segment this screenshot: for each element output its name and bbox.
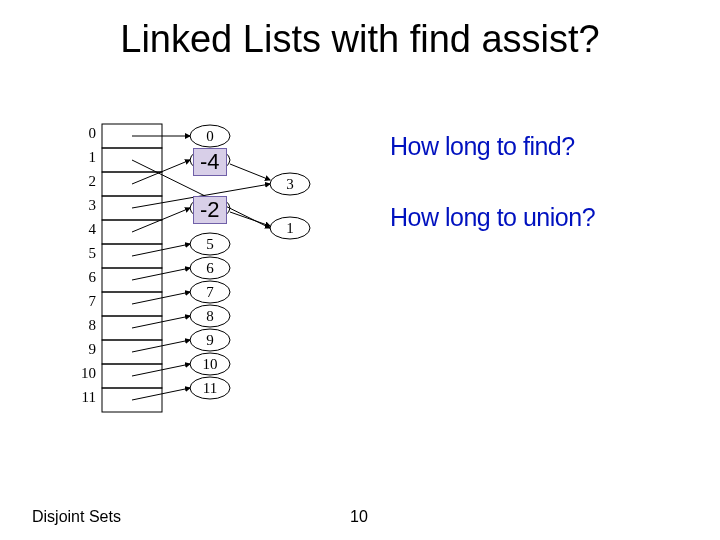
node: 9 [206,332,214,348]
index-label: 5 [89,245,97,261]
svg-line-23 [132,388,190,400]
node: 5 [206,236,214,252]
index-label: 3 [89,197,97,213]
svg-line-18 [132,268,190,280]
overlay-neg4: -4 [193,148,227,176]
index-label: 1 [89,149,97,165]
node: 8 [206,308,214,324]
node: 3 [286,176,294,192]
overlay-neg2: -2 [193,196,227,224]
index-label: 0 [89,125,97,141]
index-label: 8 [89,317,97,333]
svg-line-22 [132,364,190,376]
index-label: 10 [81,365,96,381]
footer-label: Disjoint Sets [32,508,121,526]
question-union: How long to union? [390,203,595,232]
node: 6 [206,260,214,276]
svg-line-21 [132,340,190,352]
questions: How long to find? How long to union? [390,132,595,274]
index-label: 2 [89,173,97,189]
node: 7 [206,284,214,300]
svg-line-37 [230,212,270,226]
index-label: 9 [89,341,97,357]
question-find: How long to find? [390,132,595,161]
node: 10 [203,356,218,372]
index-label: 7 [89,293,97,309]
page-number: 10 [350,508,368,526]
node: 0 [206,128,214,144]
svg-line-17 [132,244,190,256]
node: 1 [286,220,294,236]
svg-line-36 [230,164,270,180]
svg-line-19 [132,292,190,304]
slide-title: Linked Lists with find assist? [0,18,720,61]
index-label: 6 [89,269,97,285]
index-label: 4 [89,221,97,237]
index-label: 11 [82,389,96,405]
svg-line-20 [132,316,190,328]
node: 11 [203,380,217,396]
